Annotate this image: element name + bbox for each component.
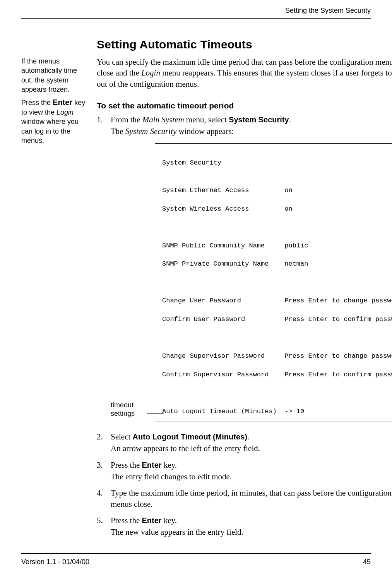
terminal-row: Confirm Supervisor Password Press Enter …: [162, 370, 392, 379]
terminal-row: Change User Password Press Enter to chan…: [162, 296, 392, 305]
step-result: The System Security window appears:: [111, 126, 392, 137]
procedure-heading: To set the automatic timeout period: [97, 101, 392, 110]
login-word: Login: [141, 68, 160, 77]
login-word: Login: [56, 108, 74, 116]
text: window where you can log in to the menus…: [21, 118, 79, 144]
step-text: Type the maximum idle time period, in mi…: [111, 487, 392, 510]
intro-paragraph: You can specify the maximum idle time pe…: [97, 57, 392, 89]
page-title: Setting Automatic Timeouts: [97, 38, 371, 51]
step-text: Press the Enter key.: [111, 515, 392, 526]
terminal-blank: [162, 388, 392, 398]
terminal-row: Change Supervisor Password Press Enter t…: [162, 352, 392, 361]
step-result: The new value appears in the entry field…: [111, 527, 392, 537]
step-result: An arrow appears to the left of the entr…: [111, 443, 392, 454]
step-text: From the Main System menu, select System…: [111, 114, 392, 125]
top-rule: [21, 18, 371, 19]
callout-line2: settings: [111, 409, 149, 418]
step-result: The entry field changes to edit mode.: [111, 471, 392, 482]
text: Press the: [21, 99, 53, 106]
terminal-blank: [162, 167, 392, 177]
footer-page-number: 45: [363, 558, 371, 566]
page-footer: Version 1.1 - 01/04/00 45: [0, 553, 392, 566]
callout-label: timeout settings: [111, 401, 149, 418]
enter-key-label: Enter: [142, 516, 162, 525]
enter-key-label: Enter: [53, 98, 72, 106]
step-4: 4. Type the maximum idle time period, in…: [97, 487, 392, 510]
text: .: [289, 115, 291, 124]
terminal-blank: [162, 333, 392, 343]
terminal-row: SNMP Private Community Name netman: [162, 259, 392, 269]
running-head: Setting the System Security: [21, 0, 371, 15]
bottom-rule: [21, 553, 371, 554]
terminal-row: SNMP Public Community Name public: [162, 241, 392, 251]
terminal-row-highlight: Auto Logout Timeout (Minutes) -> 10: [162, 407, 392, 416]
terminal-row: Confirm User Password Press Enter to con…: [162, 315, 392, 324]
text: From the: [111, 115, 142, 124]
step-number: 4.: [97, 487, 111, 510]
step-1: 1. From the Main System menu, select Sys…: [97, 114, 392, 426]
callout-line1: timeout: [111, 401, 149, 410]
main-content: You can specify the maximum idle time pe…: [97, 57, 392, 538]
step-text: Press the Enter key.: [111, 460, 392, 470]
step-text: Select Auto Logout Timeout (Minutes).: [111, 431, 392, 442]
step-5: 5. Press the Enter key. The new value ap…: [97, 515, 392, 538]
terminal-figure: timeout settings System Security System …: [111, 143, 392, 422]
terminal-box: System Security System Ethernet Access o…: [155, 143, 392, 422]
auto-logout-label: Auto Logout Timeout (Minutes): [133, 432, 247, 441]
step-number: 1.: [97, 114, 111, 426]
text: Select: [111, 432, 133, 441]
menu-name: Main System: [142, 115, 184, 124]
step-2: 2. Select Auto Logout Timeout (Minutes).…: [97, 431, 392, 454]
text: Press the: [111, 516, 142, 525]
terminal-row: System Wireless Access on: [162, 204, 392, 214]
callout-leader: [147, 413, 164, 414]
text: Press the: [111, 460, 142, 470]
step-3: 3. Press the Enter key. The entry field …: [97, 460, 392, 482]
sidebar-note: If the menus automatically time out, the…: [21, 57, 97, 538]
step-number: 3.: [97, 460, 111, 482]
step-number: 2.: [97, 431, 111, 454]
text: .: [247, 432, 249, 441]
enter-key-label: Enter: [142, 461, 162, 469]
text: key.: [162, 460, 177, 470]
text: menu, select: [184, 115, 229, 124]
sidebar-note-p1: If the menus automatically time out, the…: [21, 57, 91, 94]
text: key.: [162, 516, 177, 525]
step-number: 5.: [97, 515, 111, 538]
terminal-row: System Ethernet Access on: [162, 186, 392, 195]
terminal-blank: [162, 278, 392, 287]
terminal-title: System Security: [162, 159, 221, 166]
sidebar-note-p2: Press the Enter key to view the Login wi…: [21, 97, 91, 145]
terminal-blank: [162, 223, 392, 232]
text: The: [111, 127, 125, 136]
footer-version: Version 1.1 - 01/04/00: [21, 558, 89, 566]
window-name: System Security: [125, 127, 176, 136]
text: window appears:: [176, 127, 234, 136]
system-security-label: System Security: [229, 115, 289, 124]
procedure-steps: 1. From the Main System menu, select Sys…: [97, 114, 392, 538]
